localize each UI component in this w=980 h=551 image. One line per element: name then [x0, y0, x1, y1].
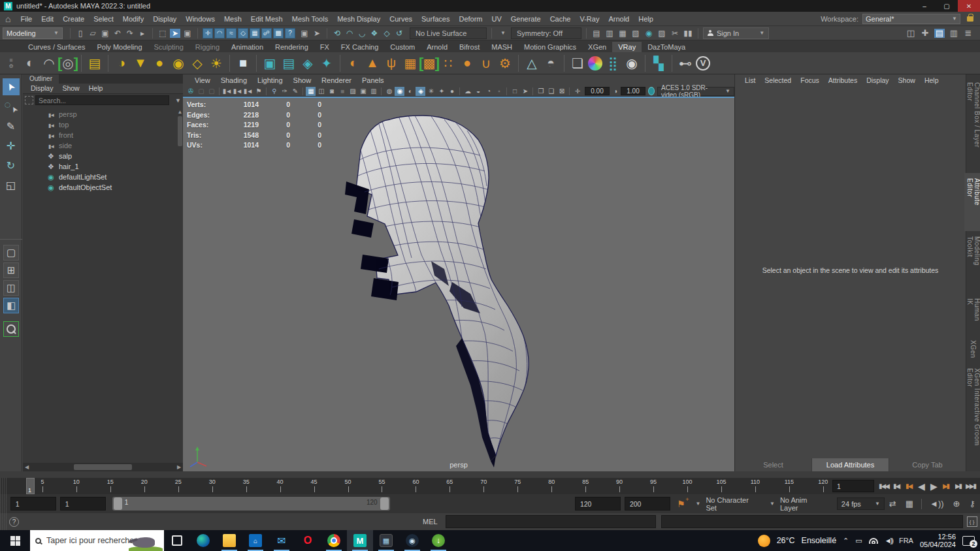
construction-history-icon[interactable]: ↺	[394, 29, 404, 38]
menu-item[interactable]: Edit Mesh	[246, 15, 287, 23]
outliner-menu-item[interactable]: Show	[58, 84, 83, 93]
playback-button[interactable]: ▮◀◀	[878, 480, 889, 492]
color-management-icon[interactable]	[648, 87, 655, 95]
playback-end-field[interactable]	[575, 497, 621, 511]
minimize-button[interactable]: –	[913, 0, 936, 12]
menu-item[interactable]: Display	[148, 15, 181, 23]
script-editor-icon[interactable]: { }	[967, 516, 977, 527]
command-input[interactable]	[446, 515, 656, 528]
shelf-tool-icon[interactable]: ⊷	[677, 55, 694, 72]
taskbar-app-icon[interactable]: O	[295, 530, 321, 551]
taskbar-app-icon[interactable]	[190, 530, 216, 551]
shelf-gear-icon[interactable]: ⚙	[8, 63, 13, 70]
taskbar-app-icon[interactable]: M	[347, 530, 373, 551]
file-toolbar-icon[interactable]: ▱	[88, 29, 98, 38]
menu-item[interactable]: UV	[487, 15, 506, 23]
viewport-toolbar-icon[interactable]: □	[510, 87, 519, 96]
shelf-tool-icon[interactable]: ▚	[650, 55, 667, 72]
gamma-icon[interactable]: ◑	[610, 87, 620, 96]
viewport-toolbar-icon[interactable]: ⚑	[253, 87, 263, 96]
anim-pref-icon[interactable]: ◄))	[930, 499, 944, 509]
taskbar-app-icon[interactable]: ✉	[269, 530, 295, 551]
shelf-tool-icon[interactable]: ☀	[208, 55, 225, 72]
shelf-tool-icon[interactable]: ⣿	[604, 55, 621, 72]
outliner-item[interactable]: defaultObjectSet	[23, 182, 183, 193]
render-toolbar-icon[interactable]: ◉	[644, 29, 654, 38]
notification-center-icon[interactable]: 2	[962, 536, 975, 546]
menu-set-dropdown[interactable]: Modeling ▼	[3, 27, 63, 39]
taskbar-app-icon[interactable]: ↓	[425, 530, 451, 551]
menu-item[interactable]: Edit	[37, 15, 58, 23]
tablet-mode-icon[interactable]: ▭	[855, 537, 862, 545]
construction-history-icon[interactable]: ◇	[382, 29, 392, 38]
selection-mode-icon[interactable]: ▣	[182, 29, 193, 38]
shelf-tab[interactable]: FX	[314, 42, 335, 52]
outliner-item[interactable]: persp	[23, 109, 183, 119]
shelf-tab[interactable]: XGen	[582, 42, 612, 52]
exposure-field[interactable]	[585, 87, 610, 95]
viewport-toolbar-icon[interactable]: ✦	[436, 87, 446, 96]
shelf-tool-icon[interactable]: ◐	[22, 55, 39, 72]
playback-button[interactable]: ▶▮	[940, 480, 951, 492]
taskbar-app-icon[interactable]: ⌂	[242, 530, 269, 551]
outliner-item[interactable]: front	[23, 130, 183, 140]
start-button[interactable]	[0, 530, 30, 551]
viewport-toolbar-icon[interactable]: ◙	[327, 87, 336, 96]
outliner-horizontal-scrollbar[interactable]: ◀ ▶	[23, 463, 183, 471]
viewport-toolbar-icon[interactable]: ▨	[348, 87, 357, 96]
render-toolbar-icon[interactable]: ✂	[670, 29, 680, 38]
shelf-tool-icon[interactable]	[229, 55, 230, 72]
shelf-tool-icon[interactable]: ◉	[623, 55, 640, 72]
menu-item[interactable]: Cache	[546, 15, 576, 23]
viewport-toolbar-icon[interactable]	[569, 87, 570, 95]
playback-button[interactable]: ◀	[915, 480, 926, 492]
shelf-tool-icon[interactable]: ▲	[364, 55, 381, 72]
anim-pref-icon[interactable]: ⚷	[969, 499, 975, 509]
panel-side-tab[interactable]: Human IK	[964, 293, 980, 335]
live-surface-field[interactable]: No Live Surface	[410, 27, 487, 39]
viewport-toolbar-icon[interactable]: ⚲	[269, 87, 279, 96]
animation-end-field[interactable]	[625, 497, 670, 511]
viewport-toolbar-icon[interactable]: ◍	[384, 87, 394, 96]
render-toolbar-icon[interactable]: ▦	[617, 29, 628, 38]
close-button[interactable]: ✕	[958, 0, 980, 12]
workspace-dropdown[interactable]: General* ▼	[862, 14, 960, 24]
shelf-tab[interactable]: Curves / Surfaces	[22, 42, 91, 52]
attribute-editor-menu-item[interactable]: Display	[862, 76, 893, 84]
scale-tool[interactable]: ◱	[3, 176, 20, 193]
shelf-tool-icon[interactable]: ◑	[113, 55, 130, 72]
viewport-menu-item[interactable]: Show	[288, 76, 317, 84]
chevron-down-icon[interactable]: ▼	[175, 97, 181, 104]
shelf-menu-icon[interactable]: ≡	[9, 57, 12, 63]
render-toolbar-icon[interactable]: ▥	[604, 29, 615, 38]
range-slider[interactable]: 1 120	[112, 497, 390, 511]
viewport-toolbar-icon[interactable]: ◒	[473, 87, 483, 96]
outliner-item[interactable]: salp	[23, 151, 183, 161]
construction-history-icon[interactable]: ◠	[344, 29, 355, 38]
maximize-button[interactable]: ▢	[936, 0, 958, 12]
editor-toggle-icon[interactable]: ▥	[949, 29, 959, 38]
viewport-menu-item[interactable]: Lighting	[252, 76, 288, 84]
viewport-toolbar-icon[interactable]: ◉	[395, 87, 404, 96]
taskbar-app-icon[interactable]	[216, 530, 242, 551]
viewport-toolbar-icon[interactable]: ✛	[572, 87, 582, 96]
wifi-icon[interactable]	[869, 538, 878, 544]
weather-temp[interactable]: 26°C	[777, 536, 795, 545]
attribute-editor-button[interactable]: Copy Tab	[889, 458, 966, 471]
sign-in-button[interactable]: Sign In ▼	[703, 27, 769, 39]
viewport-toolbar-icon[interactable]: ◐	[405, 87, 415, 96]
file-toolbar-icon[interactable]: ↶	[112, 29, 123, 38]
construction-history-icon[interactable]: ❖	[369, 29, 380, 38]
view-transform-dropdown[interactable]: ACES 1.0 SDR-video (sRGB) ▼	[657, 87, 734, 96]
menu-item[interactable]: Modify	[118, 15, 148, 23]
time-slider-track[interactable]: 5101520253035404550556065707580859095100…	[7, 478, 827, 494]
current-frame-field[interactable]	[832, 480, 874, 492]
snap-icon[interactable]: ≈	[226, 28, 237, 39]
lasso-select-tool[interactable]: ➤	[3, 98, 20, 115]
file-toolbar-icon[interactable]: ↷	[125, 29, 135, 38]
viewport-toolbar-icon[interactable]: ◈	[416, 87, 425, 96]
shelf-tool-icon[interactable]: ✦	[318, 55, 335, 72]
playback-button[interactable]: ▮◀	[890, 480, 902, 492]
language-indicator[interactable]: FRA	[899, 537, 913, 544]
viewport-toolbar-icon[interactable]: ❐	[536, 87, 546, 96]
